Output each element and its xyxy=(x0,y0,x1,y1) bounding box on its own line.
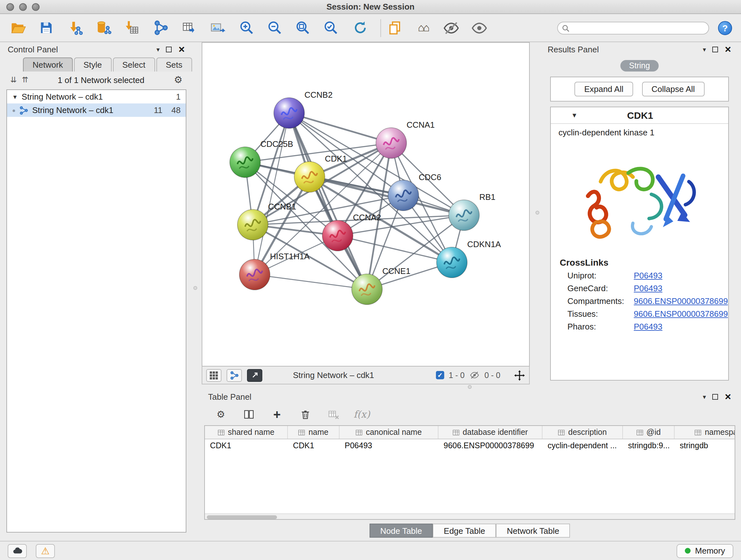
network-node-CCNA1[interactable]: CCNA1 xyxy=(376,120,434,159)
show-columns-button[interactable] xyxy=(241,407,257,422)
memory-button[interactable]: Memory xyxy=(677,544,733,558)
add-column-button[interactable]: + xyxy=(269,407,285,422)
table-settings-button[interactable]: ⚙ xyxy=(213,407,228,422)
expand-all-button[interactable]: Expand All xyxy=(575,82,633,97)
column-header-canonical-name[interactable]: canonical name xyxy=(340,426,439,439)
zoom-selected-button[interactable] xyxy=(322,19,340,37)
float-panel-icon[interactable] xyxy=(166,46,172,52)
network-overview-button[interactable] xyxy=(226,369,242,381)
delete-column-button[interactable] xyxy=(297,407,313,422)
selected-checkbox-icon[interactable]: ✓ xyxy=(436,371,444,379)
show-labels-button[interactable] xyxy=(470,19,488,37)
table-cell[interactable]: cyclin-dependent ... xyxy=(542,439,623,452)
warnings-button[interactable]: ⚠ xyxy=(36,544,55,558)
tab-sets[interactable]: Sets xyxy=(156,57,192,71)
zoom-in-button[interactable] xyxy=(238,19,255,37)
scrollbar-thumb[interactable] xyxy=(207,515,277,519)
zoom-window-button[interactable] xyxy=(32,3,40,11)
bottom-splitter-handle[interactable] xyxy=(468,385,472,389)
new-network-button[interactable] xyxy=(152,19,170,37)
table-cell[interactable]: 9606.ENSP00000378699 xyxy=(439,439,542,452)
network-graph[interactable]: CCNB2 CCNA1 CDC25B CDK1 CDC6 RB1 xyxy=(202,43,530,367)
network-edge[interactable] xyxy=(255,113,289,274)
crosslink-link[interactable]: P06493 xyxy=(634,283,663,293)
import-table-file-button[interactable] xyxy=(123,19,140,37)
tab-network-table[interactable]: Network Table xyxy=(496,523,570,538)
import-network-file-button[interactable] xyxy=(66,19,84,37)
detach-view-button[interactable] xyxy=(247,369,262,381)
network-edge[interactable] xyxy=(289,113,391,143)
network-row[interactable]: ● String Network – cdk1 11 48 xyxy=(7,104,186,117)
cloud-status-button[interactable] xyxy=(8,544,27,558)
birds-eye-view-button[interactable] xyxy=(206,369,221,381)
column-header-@id[interactable]: @id xyxy=(623,426,675,439)
copy-document-button[interactable] xyxy=(386,19,404,37)
left-splitter-handle[interactable] xyxy=(193,286,197,290)
right-splitter-handle[interactable] xyxy=(536,211,539,214)
network-node-CCNB1[interactable]: CCNB1 xyxy=(238,202,296,240)
network-edge[interactable] xyxy=(289,113,367,289)
minimize-window-button[interactable] xyxy=(19,3,27,11)
expand-all-icon[interactable]: ⇈ xyxy=(22,75,28,84)
network-edge[interactable] xyxy=(255,274,367,289)
network-node-CDKN1A[interactable]: CDKN1A xyxy=(436,240,501,278)
crosslink-link[interactable]: 9606.ENSP00000378699 xyxy=(634,309,728,318)
tab-style[interactable]: Style xyxy=(74,57,111,71)
tab-network[interactable]: Network xyxy=(23,57,72,71)
collapse-all-button[interactable]: Collapse All xyxy=(642,82,704,97)
help-button[interactable]: ? xyxy=(718,21,732,35)
table-cell[interactable]: stringdb xyxy=(675,439,735,452)
table-row[interactable]: CDK1CDK1P064939606.ENSP00000378699cyclin… xyxy=(205,439,735,452)
network-node-RB1[interactable]: RB1 xyxy=(449,192,495,231)
collapse-panel-icon[interactable]: ▾ xyxy=(703,46,706,53)
network-node-CCNE1[interactable]: CCNE1 xyxy=(352,266,410,305)
save-session-button[interactable] xyxy=(37,19,55,37)
open-session-button[interactable] xyxy=(9,19,27,37)
tab-string[interactable]: String xyxy=(620,60,659,71)
column-header-name[interactable]: name xyxy=(288,426,340,439)
collapse-all-icon[interactable]: ⇊ xyxy=(10,75,17,84)
delete-table-button-disabled[interactable] xyxy=(326,407,341,422)
crosslink-link[interactable]: P06493 xyxy=(634,270,663,280)
float-panel-icon[interactable] xyxy=(712,394,718,399)
crosslink-link[interactable]: 9606.ENSP00000378699 xyxy=(634,296,728,306)
network-node-HIST1H1A[interactable]: HIST1H1A xyxy=(239,252,310,290)
export-image-button[interactable] xyxy=(208,19,226,37)
protein-header[interactable]: ▼ CDK1 xyxy=(551,107,728,124)
horizontal-scrollbar[interactable] xyxy=(205,513,735,519)
tab-edge-table[interactable]: Edge Table xyxy=(433,523,496,538)
hide-labels-button[interactable] xyxy=(442,19,460,37)
table-cell[interactable]: CDK1 xyxy=(205,439,288,452)
network-collection-row[interactable]: ▼ String Network – cdk1 1 xyxy=(7,90,186,104)
home-button[interactable]: ⌂⌂ xyxy=(414,19,432,37)
float-panel-icon[interactable] xyxy=(712,46,718,52)
table-cell[interactable]: CDK1 xyxy=(288,439,340,452)
move-crosshair-icon[interactable] xyxy=(514,369,525,381)
column-header-shared-name[interactable]: shared name xyxy=(205,426,288,439)
table-cell[interactable]: P06493 xyxy=(340,439,439,452)
collapse-caret-icon[interactable]: ▼ xyxy=(571,112,578,119)
tab-node-table[interactable]: Node Table xyxy=(369,523,433,538)
tab-select[interactable]: Select xyxy=(113,57,155,71)
new-table-button[interactable] xyxy=(180,19,198,37)
network-canvas[interactable]: CCNB2 CCNA1 CDC25B CDK1 CDC6 RB1 xyxy=(202,42,530,367)
column-header-database-identifier[interactable]: database identifier xyxy=(439,426,542,439)
search-input[interactable] xyxy=(557,21,709,34)
zoom-out-button[interactable] xyxy=(266,19,283,37)
close-window-button[interactable] xyxy=(6,3,14,11)
crosslink-link[interactable]: P06493 xyxy=(634,321,663,331)
column-header-namespace[interactable]: namespace xyxy=(675,426,735,439)
zoom-fit-button[interactable] xyxy=(293,19,312,37)
tree-caret-icon[interactable]: ▼ xyxy=(12,94,18,100)
refresh-layout-button[interactable] xyxy=(351,19,369,37)
column-header-description[interactable]: description xyxy=(542,426,623,439)
close-panel-icon[interactable]: ✕ xyxy=(724,44,731,54)
collapse-panel-icon[interactable]: ▾ xyxy=(156,46,159,53)
close-panel-icon[interactable]: ✕ xyxy=(178,44,185,54)
collapse-panel-icon[interactable]: ▾ xyxy=(703,393,706,400)
close-panel-icon[interactable]: ✕ xyxy=(724,392,731,401)
import-network-database-button[interactable] xyxy=(94,19,112,37)
function-builder-button[interactable]: f(x) xyxy=(354,409,370,420)
gear-icon[interactable]: ⚙ xyxy=(174,74,183,85)
table-cell[interactable]: stringdb:9... xyxy=(623,439,675,452)
